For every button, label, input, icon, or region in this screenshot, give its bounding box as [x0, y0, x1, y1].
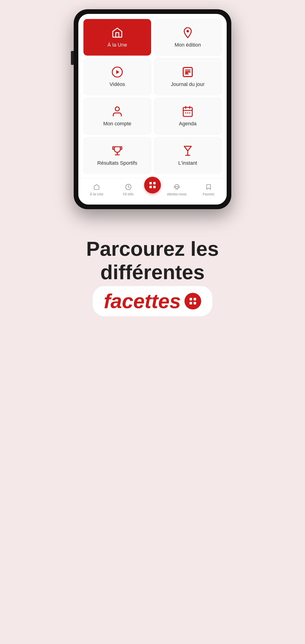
- nav-item-fil-info[interactable]: Fil Info: [112, 184, 144, 196]
- svg-rect-32: [193, 298, 196, 300]
- menu-item-journal[interactable]: Journal du jour: [154, 58, 222, 95]
- menu-label-linstant: L'instant: [178, 160, 197, 166]
- menu-label-mon-compte: Mon compte: [103, 121, 131, 127]
- cocktail-icon: [182, 145, 194, 157]
- nav-megaphone-icon: [174, 184, 180, 191]
- svg-rect-34: [193, 302, 196, 305]
- play-circle-icon: [111, 66, 123, 78]
- nav-item-favoris[interactable]: Favoris: [193, 184, 224, 196]
- menu-grid: À la Une Mon édition: [78, 14, 227, 175]
- svg-rect-24: [149, 182, 152, 185]
- svg-rect-27: [153, 186, 156, 188]
- svg-rect-17: [187, 112, 188, 113]
- nav-item-a-la-une[interactable]: À la Une: [81, 184, 112, 196]
- svg-rect-16: [185, 112, 186, 113]
- bottom-navigation: À la Une Fil Info: [78, 178, 227, 204]
- menu-item-resultats[interactable]: Résultats Sportifs: [83, 137, 151, 174]
- highlight-pill: facettes: [93, 286, 212, 316]
- menu-item-linstant[interactable]: L'instant: [154, 137, 222, 174]
- headline-line2: différentes: [86, 260, 219, 284]
- nav-bookmark-icon: [205, 184, 212, 191]
- headline-line1: Parcourez les: [86, 237, 219, 260]
- headline-highlight-row: facettes: [86, 286, 219, 316]
- phone-frame: À la Une Mon édition: [74, 9, 231, 209]
- nav-clock-icon: [125, 184, 132, 191]
- svg-point-0: [187, 30, 189, 32]
- nav-home-icon: [93, 184, 100, 191]
- nav-label-a-la-une: À la Une: [90, 192, 103, 196]
- menu-label-videos: Vidéos: [110, 81, 125, 87]
- menu-label-mon-edition: Mon édition: [174, 42, 201, 48]
- menu-item-mon-compte[interactable]: Mon compte: [83, 98, 151, 134]
- nav-label-alertez-nous: Alertez-nous: [167, 192, 186, 196]
- trophy-icon: [111, 145, 123, 157]
- nav-label-fil-info: Fil Info: [123, 192, 134, 196]
- headline-accent: facettes: [104, 289, 181, 313]
- newspaper-icon: [182, 66, 194, 78]
- user-icon: [111, 106, 123, 118]
- nav-center-grid-button[interactable]: [144, 177, 161, 194]
- menu-label-resultats: Résultats Sportifs: [97, 160, 137, 166]
- svg-rect-25: [153, 182, 156, 185]
- svg-rect-33: [190, 302, 192, 305]
- menu-label-agenda: Agenda: [179, 121, 196, 127]
- facettes-grid-icon: [184, 293, 201, 310]
- svg-rect-26: [149, 186, 152, 188]
- menu-item-agenda[interactable]: Agenda: [154, 98, 222, 134]
- location-icon: [182, 27, 194, 39]
- svg-rect-12: [183, 108, 192, 116]
- menu-label-a-la-une: À la Une: [108, 42, 127, 48]
- calendar-icon: [182, 106, 194, 118]
- menu-item-videos[interactable]: Vidéos: [83, 58, 151, 95]
- menu-item-mon-edition[interactable]: Mon édition: [154, 19, 222, 56]
- menu-item-a-la-une[interactable]: À la Une: [83, 19, 151, 56]
- svg-rect-18: [189, 112, 190, 113]
- nav-label-favoris: Favoris: [203, 192, 214, 196]
- svg-rect-28: [175, 186, 178, 188]
- svg-rect-31: [190, 298, 192, 300]
- phone-screen: À la Une Mon édition: [78, 14, 227, 204]
- phone-mockup: À la Une Mon édition: [69, 9, 236, 209]
- text-section: Parcourez les différentes facettes: [68, 237, 237, 316]
- svg-marker-2: [116, 70, 119, 74]
- svg-point-11: [115, 107, 119, 111]
- home-icon: [111, 27, 123, 39]
- menu-label-journal: Journal du jour: [171, 81, 205, 87]
- nav-item-alertez-nous[interactable]: Alertez-nous: [161, 184, 193, 196]
